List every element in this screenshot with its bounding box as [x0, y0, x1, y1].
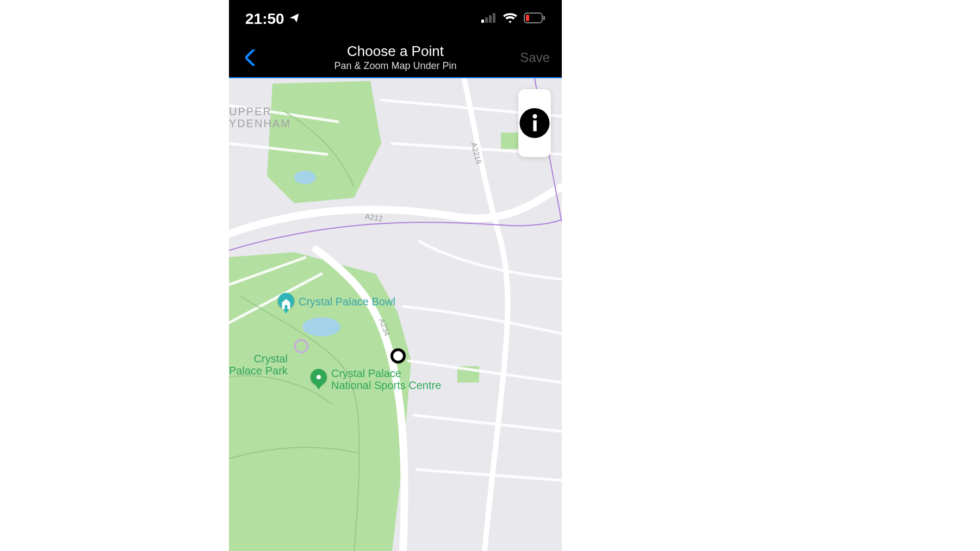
info-icon: [518, 89, 551, 157]
area-label-line: UPPER: [229, 105, 291, 117]
status-right: [481, 12, 545, 26]
status-bar: 21:50: [229, 0, 562, 38]
svg-rect-6: [526, 15, 529, 21]
page-title: Choose a Point: [229, 43, 562, 59]
poi-pin-sports-centre[interactable]: [311, 369, 327, 391]
save-button[interactable]: Save: [520, 50, 550, 65]
lake: [302, 317, 340, 336]
back-button[interactable]: [240, 47, 262, 68]
wifi-icon: [503, 12, 517, 26]
nav-titles: Choose a Point Pan & Zoom Map Under Pin: [229, 43, 562, 72]
poi-pin-bowl[interactable]: [278, 293, 294, 315]
poi-label-sports-centre: Crystal PalaceNational Sports Centre: [331, 367, 441, 391]
nav-bar: Choose a Point Pan & Zoom Map Under Pin …: [229, 38, 562, 77]
area-label-line: YDENHAM: [229, 117, 291, 129]
map-controls: [518, 89, 551, 157]
svg-rect-5: [543, 16, 545, 20]
park-feature-icon: [294, 339, 308, 353]
map-canvas[interactable]: UPPER YDENHAM A212 A234 A2216 CrystalPal…: [229, 78, 562, 551]
svg-rect-1: [485, 17, 488, 23]
battery-low-icon: [524, 12, 545, 26]
park-label-crystal-palace: CrystalPalace Park: [229, 353, 288, 377]
location-arrow-icon: [289, 10, 301, 28]
info-button[interactable]: [518, 123, 551, 157]
svg-rect-0: [481, 20, 484, 23]
lake: [294, 171, 316, 184]
area-label-upper-sydenham: UPPER YDENHAM: [229, 105, 291, 129]
svg-point-13: [533, 114, 537, 118]
poi-label-bowl: Crystal Palace Bowl: [299, 296, 395, 308]
center-pin: [390, 348, 406, 364]
map-svg: [229, 78, 562, 551]
page-subtitle: Pan & Zoom Map Under Pin: [229, 60, 562, 72]
svg-rect-3: [493, 13, 495, 23]
svg-rect-12: [534, 121, 537, 132]
status-left: 21:50: [245, 10, 301, 28]
cellular-icon: [481, 13, 497, 25]
svg-rect-2: [489, 15, 492, 23]
phone-frame: 21:50: [229, 0, 562, 551]
status-time: 21:50: [245, 10, 284, 28]
